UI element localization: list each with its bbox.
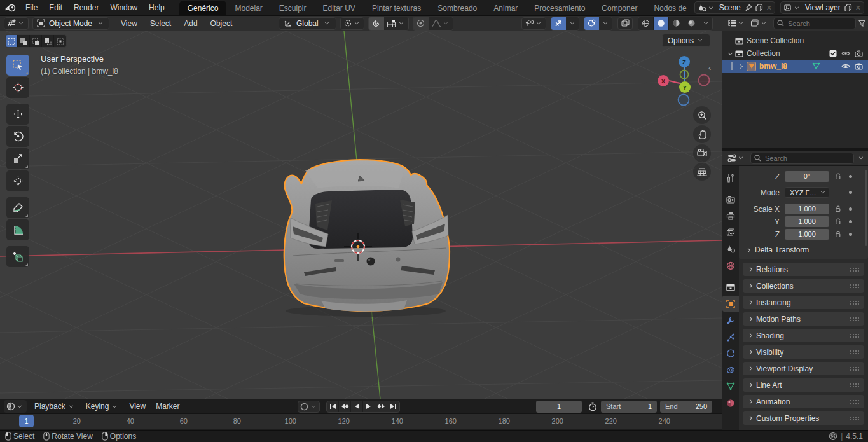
shading-rendered-button[interactable]	[684, 17, 699, 30]
navigation-gizmo[interactable]: Z X Y	[655, 55, 710, 113]
pivot-point-dropdown[interactable]	[340, 17, 364, 30]
new-viewlayer-icon[interactable]	[844, 4, 852, 11]
play-button[interactable]	[363, 401, 375, 413]
viewport-canvas[interactable]	[0, 31, 722, 399]
drag-grip-icon[interactable]	[850, 366, 860, 371]
lock-icon[interactable]	[833, 218, 843, 225]
tool-transform[interactable]	[6, 170, 29, 191]
tool-annotate[interactable]	[6, 197, 29, 218]
menu-window[interactable]: Window	[104, 0, 143, 15]
tab-componer[interactable]: Componer	[593, 1, 645, 16]
menu-render[interactable]: Render	[68, 0, 104, 15]
shading-wireframe-button[interactable]	[638, 17, 654, 30]
scale-y-field[interactable]: 1.000	[785, 216, 829, 227]
tab-material[interactable]	[722, 395, 739, 411]
tab-modelar[interactable]: Modelar	[226, 1, 270, 16]
outliner-search[interactable]	[773, 18, 856, 29]
jump-to-end-button[interactable]	[387, 401, 399, 413]
viewlayer-name[interactable]: ViewLayer	[801, 3, 844, 12]
section-relations[interactable]: Relations	[743, 263, 864, 276]
next-keyframe-button[interactable]	[375, 401, 387, 413]
prev-keyframe-button[interactable]	[339, 401, 351, 413]
section-line-art[interactable]: Line Art	[743, 378, 864, 392]
timeline-menu-view[interactable]: View	[124, 402, 151, 411]
object-expand-icon[interactable]	[738, 64, 743, 68]
pan-view-button[interactable]	[693, 125, 711, 143]
lock-icon[interactable]	[833, 205, 843, 212]
scene-name[interactable]: Scene	[715, 3, 745, 12]
stopwatch-icon[interactable]	[588, 402, 597, 411]
timeline-menu-keying[interactable]: Keying	[81, 402, 125, 411]
viewport-menu-add[interactable]: Add	[177, 19, 203, 28]
collection-expand-icon[interactable]	[728, 50, 733, 55]
outliner-row-bmw-i8[interactable]: bmw_i8	[722, 60, 868, 73]
zoom-view-button[interactable]	[693, 106, 711, 124]
collection-label[interactable]: Collection	[747, 49, 829, 58]
drag-grip-icon[interactable]	[850, 284, 860, 288]
tab-gen-rico[interactable]: Genérico	[179, 1, 227, 16]
tab-constraints[interactable]	[722, 362, 739, 378]
tab-view-layer[interactable]	[722, 224, 739, 240]
timeline-editor-type-button[interactable]	[4, 400, 27, 413]
section-instancing[interactable]: Instancing	[743, 296, 864, 309]
timeline-ruler[interactable]: 1 20406080100120140160180200220240	[0, 414, 722, 429]
select-mode-intersect[interactable]	[54, 35, 66, 47]
outliner-display-mode-button[interactable]	[748, 17, 771, 30]
select-mode-set[interactable]	[6, 35, 18, 47]
tab-tool[interactable]	[722, 170, 739, 186]
tab-object-data[interactable]	[722, 378, 739, 394]
tab-sombreado[interactable]: Sombreado	[429, 1, 485, 16]
scene-collection-label[interactable]: Scene Collection	[747, 36, 868, 45]
overlays-dropdown[interactable]	[599, 17, 612, 30]
select-mode-invert[interactable]	[42, 35, 54, 47]
viewport-menu-select[interactable]: Select	[144, 19, 177, 28]
gizmo-dropdown[interactable]	[566, 17, 579, 30]
sidebar-toggle-arrow[interactable]: ‹	[708, 63, 711, 73]
object-hide-icon[interactable]	[841, 63, 850, 69]
snap-target-dropdown[interactable]	[384, 17, 408, 30]
viewlayer-selector[interactable]: ViewLayer ✕	[780, 1, 864, 14]
transform-orientation-dropdown[interactable]: Global	[279, 17, 336, 30]
tab-output[interactable]	[722, 208, 739, 224]
xray-toggle[interactable]	[617, 17, 633, 30]
scene-browse-icon[interactable]	[698, 3, 706, 12]
tab-world[interactable]	[722, 258, 739, 273]
section-animation[interactable]: Animation	[743, 395, 864, 408]
editor-type-button[interactable]	[4, 17, 29, 30]
auto-keyframe-toggle[interactable]	[298, 401, 320, 413]
drag-grip-icon[interactable]	[850, 350, 860, 354]
delta-transform-panel[interactable]: Delta Transform	[739, 243, 868, 257]
rotation-z-field[interactable]: 0°	[785, 171, 829, 182]
shading-solid-button[interactable]	[654, 17, 669, 30]
start-frame-field[interactable]: Start 1	[601, 401, 657, 413]
end-frame-field[interactable]: End 250	[660, 401, 712, 413]
menu-edit[interactable]: Edit	[43, 0, 68, 15]
viewlayer-browse-icon[interactable]	[783, 4, 792, 12]
animate-dot[interactable]	[849, 233, 852, 236]
select-mode-extend[interactable]	[18, 35, 30, 47]
section-visibility[interactable]: Visibility	[743, 345, 864, 359]
playhead[interactable]: 1	[19, 415, 34, 427]
section-collections[interactable]: Collections	[743, 279, 864, 293]
tab-collection[interactable]	[722, 279, 739, 295]
options-button[interactable]: Options	[662, 34, 710, 47]
drag-grip-icon[interactable]	[850, 383, 860, 387]
scene-selector[interactable]: Scene ✕	[694, 1, 775, 14]
drag-grip-icon[interactable]	[850, 267, 860, 272]
tab-procesamiento[interactable]: Procesamiento	[526, 1, 593, 16]
tab-object[interactable]	[722, 296, 739, 312]
animate-dot[interactable]	[849, 175, 852, 178]
object-name-label[interactable]: bmw_i8	[759, 62, 812, 71]
camera-view-button[interactable]	[693, 144, 711, 162]
tool-add-cube[interactable]	[6, 246, 29, 267]
tab-animar[interactable]: Animar	[485, 1, 526, 16]
properties-search[interactable]	[750, 153, 854, 164]
tool-rotate[interactable]	[6, 126, 29, 147]
timeline-menu-playback[interactable]: Playback	[29, 402, 81, 411]
viewport-3d[interactable]: Options User Perspective (1) Collection …	[0, 31, 722, 399]
lock-icon[interactable]	[833, 173, 843, 180]
outliner-editor-type-button[interactable]	[725, 17, 748, 30]
outliner-row-collection[interactable]: Collection	[722, 47, 868, 60]
tab-modifiers[interactable]	[722, 312, 739, 328]
properties-search-input[interactable]	[750, 153, 854, 164]
